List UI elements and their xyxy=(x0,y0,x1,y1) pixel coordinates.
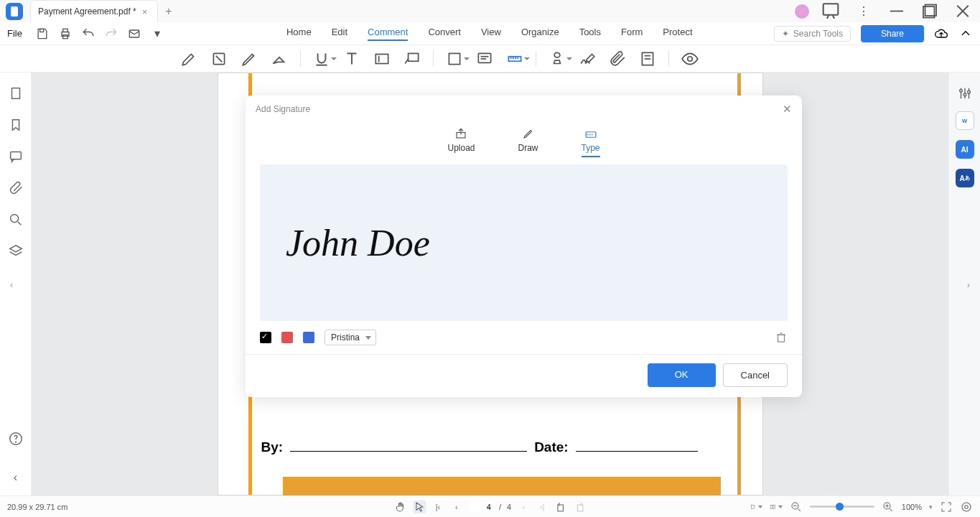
ai-badge-icon[interactable]: AI xyxy=(956,140,974,159)
attachments-panel-icon[interactable] xyxy=(8,180,24,196)
rotate-right-icon[interactable] xyxy=(573,500,586,513)
share-button[interactable]: Share xyxy=(861,25,924,42)
delete-signature-icon[interactable] xyxy=(775,331,788,344)
ok-button[interactable]: OK xyxy=(648,363,716,387)
quick-dropdown-icon[interactable]: ▾ xyxy=(150,27,164,41)
toolbar-separator xyxy=(536,51,536,67)
last-page-icon[interactable]: ›| xyxy=(536,500,549,513)
file-menu[interactable]: File xyxy=(7,28,22,39)
shape-tool-icon[interactable] xyxy=(445,50,464,68)
textbox-tool-icon[interactable] xyxy=(373,50,391,68)
mail-icon[interactable] xyxy=(127,27,141,41)
comments-panel-icon[interactable] xyxy=(8,149,24,164)
feedback-icon[interactable] xyxy=(819,0,842,22)
tab-upload-label: Upload xyxy=(447,143,475,153)
svg-point-30 xyxy=(688,56,693,61)
thumbnails-icon[interactable] xyxy=(8,85,24,101)
signature-text-input[interactable]: John Doe xyxy=(286,222,430,264)
quick-icons: ▾ xyxy=(35,27,164,41)
hide-comments-icon[interactable] xyxy=(681,50,699,68)
prev-page-icon[interactable]: ‹ xyxy=(450,500,463,513)
menu-form[interactable]: Form xyxy=(621,27,643,41)
translate-icon[interactable]: Aあ xyxy=(956,169,974,187)
svg-rect-15 xyxy=(375,54,388,63)
comment-list-icon[interactable] xyxy=(638,50,657,68)
color-red[interactable] xyxy=(281,332,293,343)
svg-rect-54 xyxy=(751,505,754,508)
zoom-in-icon[interactable] xyxy=(882,500,895,513)
font-select[interactable]: Pristina xyxy=(325,330,376,345)
avatar-icon[interactable] xyxy=(795,4,809,19)
menu-convert[interactable]: Convert xyxy=(428,27,461,41)
add-tab-button[interactable]: + xyxy=(165,5,172,18)
menu-comment[interactable]: Comment xyxy=(368,27,408,41)
bookmarks-icon[interactable] xyxy=(8,117,24,133)
settings-icon[interactable] xyxy=(957,85,973,101)
color-blue[interactable] xyxy=(303,332,314,343)
callout-tool-icon[interactable] xyxy=(403,50,421,68)
highlight-tool-icon[interactable] xyxy=(179,50,198,68)
menu-edit[interactable]: Edit xyxy=(332,27,347,41)
tab-upload[interactable]: Upload xyxy=(447,127,475,157)
minimize-icon[interactable] xyxy=(885,0,908,22)
area-highlight-icon[interactable] xyxy=(210,50,228,68)
attachment-tool-icon[interactable] xyxy=(608,50,627,68)
tab-type[interactable]: Type xyxy=(582,127,600,157)
zoom-value[interactable]: 100% xyxy=(902,503,922,511)
print-icon[interactable] xyxy=(58,27,73,41)
redo-icon[interactable] xyxy=(104,27,118,41)
page-layout-icon[interactable] xyxy=(750,500,762,513)
zoom-out-icon[interactable] xyxy=(790,500,803,513)
document-area[interactable]: By: Date: Add Signature ✕ Upload xyxy=(32,73,948,495)
signature-tool-icon[interactable] xyxy=(578,50,597,68)
next-page-icon[interactable]: › xyxy=(517,500,530,513)
titlebar: Payment Agreement.pdf * × + ⋮ xyxy=(0,0,980,22)
cloud-upload-icon[interactable] xyxy=(934,27,948,41)
cancel-button[interactable]: Cancel xyxy=(723,363,788,387)
svg-rect-18 xyxy=(449,53,459,64)
close-dialog-icon[interactable]: ✕ xyxy=(783,103,792,116)
hand-tool-icon[interactable] xyxy=(394,500,407,513)
maximize-icon[interactable] xyxy=(918,0,941,22)
current-page-input[interactable] xyxy=(469,501,493,513)
layers-icon[interactable] xyxy=(8,243,24,259)
menu-organize[interactable]: Organize xyxy=(521,27,559,41)
text-tool-icon[interactable] xyxy=(342,50,361,68)
zoom-dropdown-icon[interactable]: ▾ xyxy=(929,503,933,511)
menu-tools[interactable]: Tools xyxy=(579,27,601,41)
help-icon[interactable] xyxy=(8,431,24,447)
next-page-nav-icon[interactable]: › xyxy=(967,279,970,289)
menu-protect[interactable]: Protect xyxy=(663,27,692,41)
search-panel-icon[interactable] xyxy=(8,212,24,228)
pencil-tool-icon[interactable] xyxy=(240,50,258,68)
close-tab-icon[interactable]: × xyxy=(142,6,148,17)
select-tool-icon[interactable] xyxy=(413,500,426,513)
underline-tool-icon[interactable] xyxy=(312,50,331,68)
right-rail: AI Aあ xyxy=(948,73,980,495)
tab-draw[interactable]: Draw xyxy=(518,127,538,157)
save-icon[interactable] xyxy=(35,27,50,41)
note-tool-icon[interactable] xyxy=(475,50,494,68)
word-convert-icon[interactable] xyxy=(956,111,974,130)
read-aloud-icon[interactable] xyxy=(960,500,973,513)
color-black[interactable] xyxy=(260,332,271,343)
close-window-icon[interactable] xyxy=(951,0,974,22)
prev-page-nav-icon[interactable]: ‹ xyxy=(10,279,13,289)
menu-home[interactable]: Home xyxy=(286,27,312,41)
measure-tool-icon[interactable] xyxy=(505,50,524,68)
eraser-tool-icon[interactable] xyxy=(270,50,289,68)
document-tab[interactable]: Payment Agreement.pdf * × xyxy=(30,0,158,22)
search-tools[interactable]: ✦ Search Tools xyxy=(774,26,851,42)
fit-page-icon[interactable] xyxy=(940,500,953,513)
collapse-icon[interactable] xyxy=(958,27,973,41)
more-icon[interactable]: ⋮ xyxy=(852,0,875,22)
rotate-left-icon[interactable] xyxy=(554,500,567,513)
menu-view[interactable]: View xyxy=(481,27,501,41)
undo-icon[interactable] xyxy=(81,27,95,41)
zoom-slider[interactable] xyxy=(810,506,874,508)
stamp-tool-icon[interactable] xyxy=(548,50,566,68)
signature-canvas[interactable]: John Doe xyxy=(260,164,788,321)
reading-mode-icon[interactable] xyxy=(770,500,783,513)
first-page-icon[interactable]: |‹ xyxy=(431,500,444,513)
collapse-left-icon[interactable]: ‹ xyxy=(8,470,24,485)
